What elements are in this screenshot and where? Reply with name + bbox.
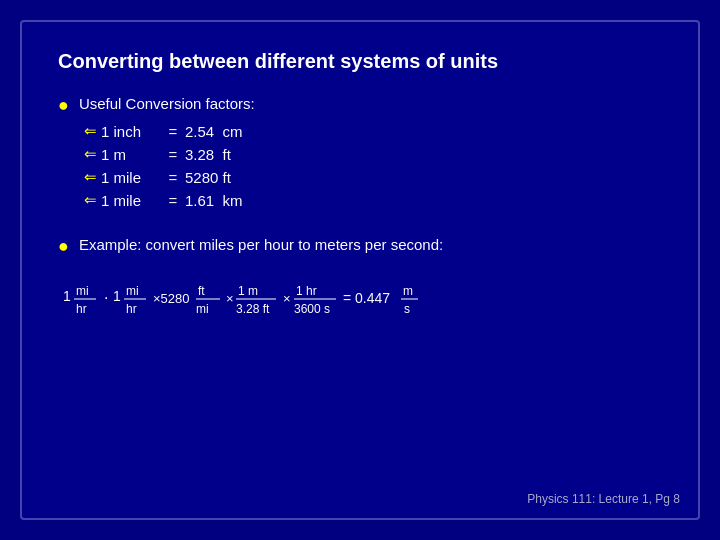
conv-lhs-1: 1 inch: [101, 123, 161, 140]
conv-row-2: ⇐ 1 m = 3.28 ft: [84, 145, 662, 163]
conv-row-3: ⇐ 1 mile = 5280 ft: [84, 168, 662, 186]
svg-text:m: m: [403, 284, 413, 298]
slide: Converting between different systems of …: [20, 20, 700, 520]
bullet-1-label: Useful Conversion factors:: [79, 95, 255, 112]
conv-lhs-4: 1 mile: [101, 192, 161, 209]
svg-text:mi: mi: [76, 284, 89, 298]
arrow-3: ⇐: [84, 168, 97, 186]
conv-eq-1: =: [161, 123, 185, 140]
arrow-2: ⇐: [84, 145, 97, 163]
conv-lhs-2: 1 m: [101, 146, 161, 163]
svg-text:= 0.447: = 0.447: [343, 290, 390, 306]
conv-rhs-4: 1.61 km: [185, 192, 243, 209]
slide-title: Converting between different systems of …: [58, 50, 662, 73]
svg-text:×: ×: [226, 291, 234, 306]
svg-text:hr: hr: [76, 302, 87, 316]
svg-text:mi: mi: [196, 302, 209, 316]
conv-lhs-3: 1 mile: [101, 169, 161, 186]
bullet-section-1: ● Useful Conversion factors: ⇐ 1 inch = …: [58, 95, 662, 214]
formula-area: 1 mi hr · 1 mi hr ×5280 ft mi: [58, 267, 662, 353]
bullet-2-row: ● Example: convert miles per hour to met…: [58, 236, 662, 257]
conv-eq-3: =: [161, 169, 185, 186]
conv-row-1: ⇐ 1 inch = 2.54 cm: [84, 122, 662, 140]
bullet-2-label: Example: convert miles per hour to meter…: [79, 236, 443, 253]
svg-text:1: 1: [63, 288, 71, 304]
page-number: Physics 111: Lecture 1, Pg 8: [527, 492, 680, 506]
conv-rhs-3: 5280 ft: [185, 169, 231, 186]
conv-eq-4: =: [161, 192, 185, 209]
conversion-list: ⇐ 1 inch = 2.54 cm ⇐ 1 m = 3.28 ft ⇐ 1 m…: [84, 122, 662, 209]
svg-text:s: s: [404, 302, 410, 316]
background: Converting between different systems of …: [0, 0, 720, 540]
bullet-1-row: ● Useful Conversion factors:: [58, 95, 662, 116]
arrow-4: ⇐: [84, 191, 97, 209]
svg-text:mi: mi: [126, 284, 139, 298]
svg-text:×: ×: [283, 291, 291, 306]
svg-text:×5280: ×5280: [153, 291, 190, 306]
svg-text:1 hr: 1 hr: [296, 284, 317, 298]
bullet-dot-1: ●: [58, 95, 69, 116]
svg-text:3.28 ft: 3.28 ft: [236, 302, 270, 316]
svg-text:·: ·: [104, 289, 108, 306]
svg-text:hr: hr: [126, 302, 137, 316]
conv-rhs-2: 3.28 ft: [185, 146, 231, 163]
arrow-1: ⇐: [84, 122, 97, 140]
svg-text:3600 s: 3600 s: [294, 302, 330, 316]
bullet-dot-2: ●: [58, 236, 69, 257]
bullet-section-2: ● Example: convert miles per hour to met…: [58, 236, 662, 353]
svg-text:1 m: 1 m: [238, 284, 258, 298]
svg-text:ft: ft: [198, 284, 205, 298]
conv-rhs-1: 2.54 cm: [185, 123, 243, 140]
conv-row-4: ⇐ 1 mile = 1.61 km: [84, 191, 662, 209]
formula-svg: 1 mi hr · 1 mi hr ×5280 ft mi: [58, 273, 668, 343]
svg-text:1: 1: [113, 288, 121, 304]
conv-eq-2: =: [161, 146, 185, 163]
